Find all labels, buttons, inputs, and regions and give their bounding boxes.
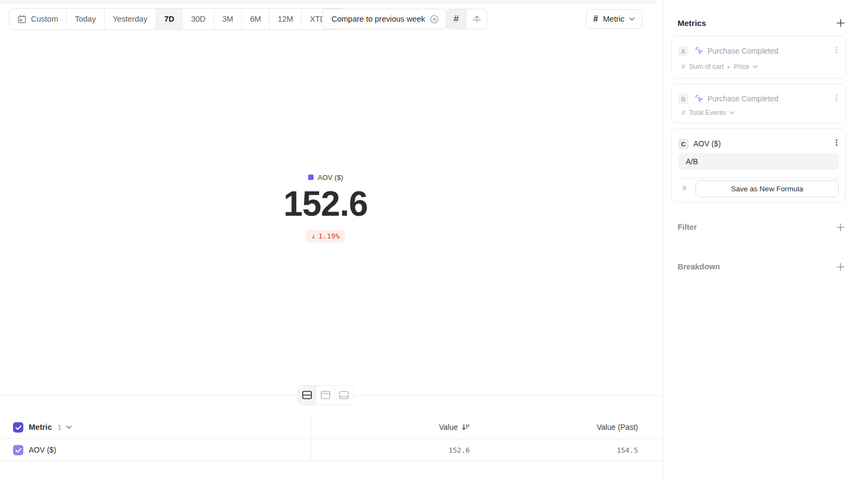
formula-text: A/B [686,157,698,166]
row-value: 152.6 [449,446,470,454]
metric-card-b-menu-icon[interactable] [832,93,841,102]
change-badge: ↓ 1.19% [306,230,345,242]
metric-count: 1 [58,423,62,431]
aggregation-label: Total Events [689,109,726,117]
goal-mode-button[interactable] [467,9,487,29]
metric-badge-a: A [678,46,688,56]
legend-swatch [308,175,314,180]
sort-descending-icon [462,423,470,431]
legend-label: AOV ($) [318,173,343,182]
metric-card-c-title: AOV ($) [693,139,721,148]
metric-big-value: 152.6 [0,186,651,221]
change-value: 1.19% [318,232,340,240]
chart-mode-toggle: # [446,9,487,29]
chevron-down-icon [730,111,735,114]
chevron-down-icon [753,65,758,68]
event-sparkle-icon [694,94,704,103]
metric-card-a[interactable]: A Purchase Completed # Sum of cart ▸ Pri… [671,36,846,79]
arrow-down-icon: ↓ [311,232,316,240]
metric-card-b-title: Purchase Completed [707,94,778,103]
metric-card-b[interactable]: B Purchase Completed # Total Events [671,83,846,124]
metric-card-a-aggregation[interactable]: # Sum of cart ▸ Price [681,62,758,70]
compare-chip[interactable]: Compare to previous week [322,9,447,29]
table-row: AOV ($) 152.6 154.5 [0,439,663,461]
number-format-icon: # [681,108,685,117]
calendar-icon [17,15,27,24]
date-range-group: Custom Today Yesterday 7D 30D 3M 6M 12M … [9,8,344,30]
select-all-checkbox[interactable] [13,422,23,433]
metric-card-c-menu-icon[interactable] [832,138,841,147]
date-range-custom-label: Custom [31,15,58,23]
date-range-6m[interactable]: 6M [242,9,270,29]
date-range-3m[interactable]: 3M [214,9,242,29]
date-range-custom[interactable]: Custom [9,9,67,29]
metric-column-chevron-icon[interactable] [66,426,72,429]
metric-hash-icon: # [593,14,598,24]
aggregation-property: Price [734,63,749,70]
remove-compare-icon[interactable] [430,15,439,24]
add-metric-button[interactable] [835,18,845,28]
chart-view-icon [321,391,330,399]
table-view-icon [339,391,349,399]
add-breakdown-button[interactable] [835,262,845,272]
row-metric-label: AOV ($) [29,446,56,454]
metric-card-b-aggregation[interactable]: # Total Events [681,108,735,117]
main-panel: Custom Today Yesterday 7D 30D 3M 6M 12M … [0,0,663,477]
add-filter-button[interactable] [835,222,845,232]
top-background-strip [0,0,655,4]
card-divider [678,178,839,178]
number-format-icon: # [682,184,686,192]
big-number-chart: AOV ($) 152.6 ↓ 1.19% [0,172,651,242]
metric-card-a-menu-icon[interactable] [832,46,841,54]
table-header-row: Metric 1 Value Value (Past) [0,416,663,439]
date-range-today[interactable]: Today [67,9,105,29]
breadcrumb-arrow-icon: ▸ [727,64,730,69]
table-view-button[interactable] [335,386,353,404]
row-checkbox[interactable] [13,445,23,455]
legend-item[interactable]: AOV ($) [308,173,343,182]
date-range-30d[interactable]: 30D [183,9,214,29]
value-past-column-header: Value (Past) [597,423,638,431]
goal-arrow-icon [472,14,482,24]
metric-dropdown-label: Metric [603,15,624,23]
metric-dropdown-button[interactable]: # Metric [586,9,642,29]
split-view-icon [302,391,312,399]
query-builder-sidebar: Metrics A Purchase Completed # Sum [663,0,868,477]
chart-view-button[interactable] [316,386,335,404]
aggregation-label: Sum of cart [689,63,724,70]
number-format-icon: # [681,62,685,70]
filter-section-title: Filter [678,223,697,231]
date-range-yesterday[interactable]: Yesterday [105,9,156,29]
results-table: Metric 1 Value Value (Past) AOV ($) [0,416,663,461]
metric-badge-b: B [678,94,688,104]
metric-badge-c: C [678,139,688,149]
toolbar: Custom Today Yesterday 7D 30D 3M 6M 12M … [0,4,663,37]
value-column-header[interactable]: Value [439,423,470,431]
chevron-down-icon [629,17,635,21]
row-value-past: 154.5 [617,446,638,454]
date-range-7d[interactable]: 7D [156,9,183,29]
event-sparkle-icon [694,46,704,55]
breakdown-section-title: Breakdown [678,262,720,271]
layout-toggle-group [297,385,354,405]
split-view-button[interactable] [298,386,316,404]
date-range-12m[interactable]: 12M [270,9,302,29]
number-mode-button[interactable]: # [446,9,467,29]
number-mode-icon: # [454,14,458,24]
metric-column-label: Metric [29,423,52,431]
save-formula-button[interactable]: Save as New Formula [695,181,839,197]
formula-input[interactable]: A/B [678,153,839,170]
metric-card-a-title: Purchase Completed [707,47,778,55]
compare-chip-label: Compare to previous week [331,15,425,23]
metric-card-c[interactable]: C AOV ($) A/B # Save as New Formula [671,128,846,203]
metrics-section-title: Metrics [678,18,706,28]
